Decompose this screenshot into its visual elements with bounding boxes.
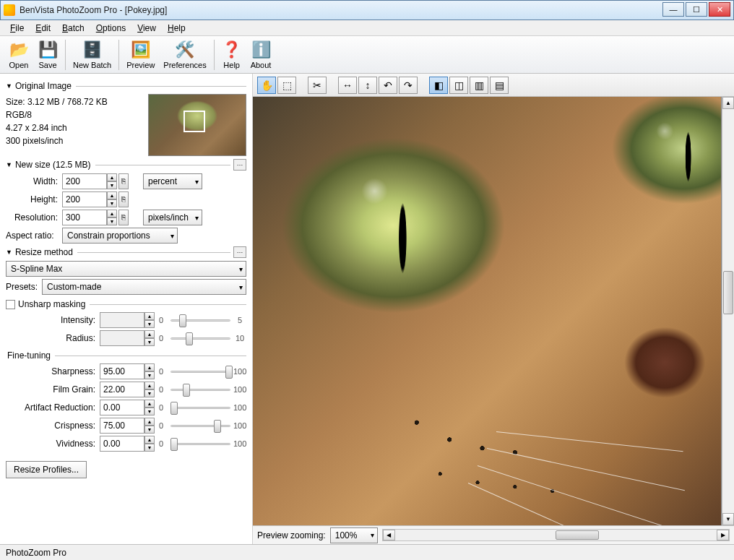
- split-dual-button[interactable]: ▥: [470, 77, 488, 94]
- intensity-up[interactable]: ▲: [144, 312, 155, 320]
- resize-options-button[interactable]: …: [233, 246, 246, 258]
- res-input[interactable]: [62, 210, 107, 225]
- split-left-button[interactable]: ◧: [429, 77, 448, 94]
- vivid-slider[interactable]: [170, 437, 230, 450]
- open-button[interactable]: 📂 Open: [4, 38, 33, 71]
- height-down[interactable]: ▼: [107, 199, 117, 207]
- preferences-button[interactable]: 🛠️ Preferences: [159, 38, 210, 71]
- scroll-down-button[interactable]: ▼: [722, 513, 734, 525]
- width-lock[interactable]: ⎘: [118, 173, 129, 189]
- split-stack-button[interactable]: ▤: [490, 77, 509, 94]
- canvas-toolbar: ✋ ⬚ ✂ ↔ ↕ ↶ ↷ ◧ ◫ ▥ ▤: [253, 74, 734, 97]
- width-label: Width:: [6, 176, 62, 186]
- menu-help[interactable]: Help: [162, 22, 191, 35]
- minimize-button[interactable]: —: [662, 2, 684, 17]
- artifact-slider[interactable]: [170, 401, 230, 414]
- split-center-button[interactable]: ◫: [449, 77, 468, 94]
- preview-canvas[interactable]: ▲ ▼: [253, 97, 734, 525]
- navigator-viewport[interactable]: [184, 111, 205, 132]
- chevron-down-icon: ▼: [6, 82, 12, 90]
- vivid-input[interactable]: [100, 436, 144, 452]
- radius-down[interactable]: ▼: [144, 338, 155, 346]
- section-resize-method[interactable]: ▼ Resize method …: [6, 246, 246, 258]
- horizontal-scrollbar[interactable]: ◀ ▶: [382, 529, 730, 541]
- preset-select[interactable]: Custom-made: [42, 279, 246, 295]
- close-button[interactable]: ✕: [709, 2, 730, 17]
- flip-h-button[interactable]: ↔: [338, 77, 357, 94]
- new-batch-button[interactable]: 🗄️ New Batch: [69, 38, 116, 71]
- tools-icon: 🛠️: [175, 40, 195, 60]
- original-res: 300 pixels/inch: [6, 136, 148, 146]
- grain-slider[interactable]: [170, 383, 230, 396]
- scroll-thumb[interactable]: [723, 271, 733, 314]
- height-input[interactable]: [62, 191, 107, 207]
- sharpness-input[interactable]: [100, 363, 144, 379]
- radius-slider[interactable]: [170, 332, 230, 345]
- radius-label: Radius:: [6, 333, 100, 343]
- flip-v-button[interactable]: ↕: [358, 77, 377, 94]
- crisp-input[interactable]: [100, 418, 144, 434]
- size-unit-select[interactable]: percent: [143, 173, 202, 189]
- hscroll-thumb[interactable]: [556, 530, 599, 540]
- navigator-thumbnail[interactable]: [148, 94, 246, 156]
- resize-profiles-button[interactable]: Resize Profiles...: [6, 461, 87, 478]
- scroll-left-button[interactable]: ◀: [383, 530, 395, 540]
- artifact-input[interactable]: [100, 400, 144, 415]
- help-button[interactable]: ❓ Help: [217, 38, 246, 71]
- rotate-cw-button[interactable]: ↷: [399, 77, 418, 94]
- original-size: Size: 3.12 MB / 768.72 KB: [6, 97, 148, 107]
- menu-batch[interactable]: Batch: [56, 22, 90, 35]
- res-up[interactable]: ▲: [107, 210, 117, 217]
- maximize-button[interactable]: ☐: [686, 2, 707, 17]
- res-down[interactable]: ▼: [107, 217, 117, 225]
- left-panel: ▼ Original Image Size: 3.12 MB / 768.72 …: [0, 74, 253, 544]
- menu-file[interactable]: File: [4, 22, 30, 35]
- width-input[interactable]: [62, 173, 107, 189]
- menu-view[interactable]: View: [131, 22, 162, 35]
- separator: [214, 40, 215, 70]
- right-panel: ✋ ⬚ ✂ ↔ ↕ ↶ ↷ ◧ ◫ ▥ ▤: [253, 74, 734, 544]
- menu-options[interactable]: Options: [90, 22, 131, 35]
- height-lock[interactable]: ⎘: [118, 191, 129, 207]
- pan-tool[interactable]: ✋: [257, 77, 276, 94]
- crop-tool[interactable]: ✂: [308, 77, 327, 94]
- res-lock[interactable]: ⎘: [118, 210, 129, 225]
- intensity-input[interactable]: [100, 312, 144, 328]
- aspect-select[interactable]: Constrain proportions: [62, 228, 178, 244]
- radius-up[interactable]: ▲: [144, 330, 155, 338]
- intensity-label: Intensity:: [6, 315, 100, 325]
- sharpness-slider[interactable]: [170, 365, 230, 378]
- intensity-down[interactable]: ▼: [144, 320, 155, 328]
- unsharp-checkbox[interactable]: [6, 300, 15, 309]
- separator: [65, 40, 66, 70]
- save-button[interactable]: 💾 Save: [33, 38, 62, 71]
- intensity-slider[interactable]: [170, 314, 230, 327]
- rotate-ccw-button[interactable]: ↶: [379, 77, 397, 94]
- help-icon: ❓: [222, 40, 242, 60]
- status-bar: PhotoZoom Pro: [0, 544, 734, 560]
- scroll-right-button[interactable]: ▶: [717, 530, 729, 540]
- radius-input[interactable]: [100, 330, 144, 346]
- section-newsize[interactable]: ▼ New size (12.5 MB) …: [6, 159, 246, 171]
- about-button[interactable]: ℹ️ About: [246, 38, 276, 71]
- original-dims: 4.27 x 2.84 inch: [6, 123, 148, 133]
- newsize-options-button[interactable]: …: [233, 159, 246, 171]
- preview-button[interactable]: 🖼️ Preview: [122, 38, 159, 71]
- batch-icon: 🗄️: [82, 40, 103, 60]
- height-up[interactable]: ▲: [107, 191, 117, 199]
- width-down[interactable]: ▼: [107, 181, 117, 189]
- zoom-select[interactable]: 100%: [330, 527, 378, 543]
- method-select[interactable]: S-Spline Max: [6, 261, 246, 277]
- crisp-slider[interactable]: [170, 419, 230, 432]
- section-unsharp[interactable]: Unsharp masking: [6, 299, 246, 309]
- section-original[interactable]: ▼ Original Image: [6, 81, 246, 91]
- scroll-up-button[interactable]: ▲: [722, 97, 734, 109]
- info-icon: ℹ️: [251, 40, 271, 60]
- res-unit-select[interactable]: pixels/inch: [143, 210, 202, 225]
- menu-edit[interactable]: Edit: [30, 22, 56, 35]
- preview-footer: Preview zooming: 100% ◀ ▶: [253, 525, 734, 544]
- grain-input[interactable]: [100, 382, 144, 397]
- select-tool[interactable]: ⬚: [277, 77, 296, 94]
- vertical-scrollbar[interactable]: ▲ ▼: [722, 97, 734, 525]
- width-up[interactable]: ▲: [107, 173, 117, 181]
